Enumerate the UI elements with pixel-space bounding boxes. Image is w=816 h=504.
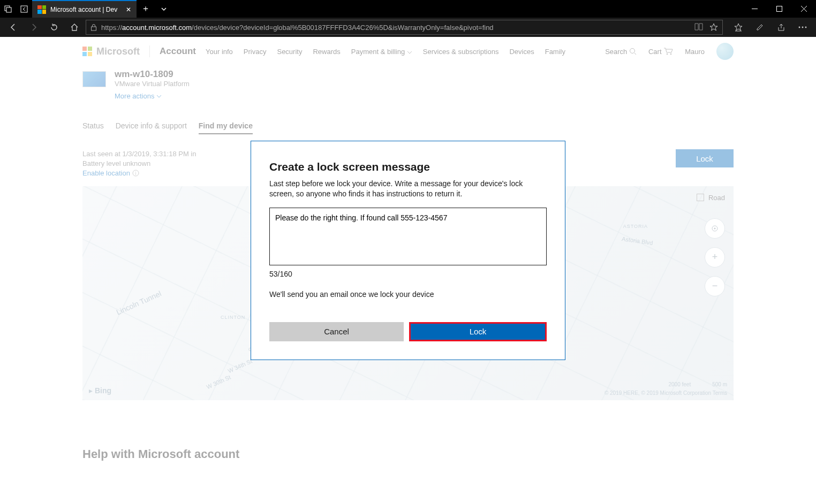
url-prefix: https:// bbox=[101, 24, 122, 32]
lock-message-modal: Create a lock screen message Last step b… bbox=[251, 141, 565, 360]
tab-title: Microsoft account | Dev bbox=[50, 6, 117, 13]
svg-point-8 bbox=[802, 27, 804, 28]
page-body: Microsoft Account Your info Privacy Secu… bbox=[0, 37, 816, 504]
back-button[interactable] bbox=[4, 19, 22, 36]
modal-description: Last step before we lock your device. Wr… bbox=[269, 179, 547, 199]
address-bar: https://account.microsoft.com/devices/de… bbox=[0, 18, 816, 37]
maximize-button[interactable] bbox=[767, 0, 791, 18]
minimize-button[interactable] bbox=[742, 0, 767, 18]
window-titlebar: Microsoft account | Dev ✕ ＋ bbox=[0, 0, 816, 18]
tab-close-icon[interactable]: ✕ bbox=[126, 6, 131, 13]
home-button[interactable] bbox=[65, 19, 84, 36]
svg-point-7 bbox=[799, 27, 800, 28]
svg-rect-5 bbox=[92, 27, 96, 30]
modal-overlay: Create a lock screen message Last step b… bbox=[0, 37, 816, 504]
reading-view-icon[interactable] bbox=[694, 23, 703, 32]
svg-point-9 bbox=[805, 27, 807, 28]
favorite-star-icon[interactable] bbox=[709, 23, 718, 32]
lock-icon bbox=[90, 24, 97, 31]
lock-message-input[interactable]: Please do the right thing. If found call… bbox=[269, 208, 547, 265]
more-menu-icon[interactable] bbox=[794, 19, 812, 36]
forward-button[interactable] bbox=[25, 19, 43, 36]
favorites-list-icon[interactable] bbox=[729, 19, 747, 36]
url-input[interactable]: https://account.microsoft.com/devices/de… bbox=[86, 20, 723, 35]
cancel-button[interactable]: Cancel bbox=[269, 322, 404, 341]
modal-title: Create a lock screen message bbox=[269, 161, 547, 173]
browser-tab[interactable]: Microsoft account | Dev ✕ bbox=[32, 0, 137, 18]
svg-rect-2 bbox=[21, 6, 27, 12]
share-icon[interactable] bbox=[772, 19, 790, 36]
lock-confirm-button[interactable]: Lock bbox=[409, 322, 547, 341]
refresh-button[interactable] bbox=[45, 19, 63, 36]
svg-rect-1 bbox=[6, 7, 11, 12]
url-host: account.microsoft.com bbox=[122, 24, 192, 32]
svg-rect-4 bbox=[776, 6, 782, 12]
char-counter: 53/160 bbox=[269, 270, 547, 278]
ms-favicon bbox=[37, 5, 46, 14]
tab-chevron-icon[interactable] bbox=[155, 0, 173, 18]
new-tab-button[interactable]: ＋ bbox=[137, 0, 155, 18]
set-aside-tabs-icon[interactable] bbox=[16, 0, 32, 18]
tab-actions-icon[interactable] bbox=[0, 0, 16, 18]
url-path: /devices/device?deviceId=global%5B00187F… bbox=[192, 24, 494, 32]
notes-icon[interactable] bbox=[751, 19, 769, 36]
close-window-button[interactable] bbox=[791, 0, 816, 18]
modal-email-note: We'll send you an email once we lock you… bbox=[269, 290, 547, 299]
